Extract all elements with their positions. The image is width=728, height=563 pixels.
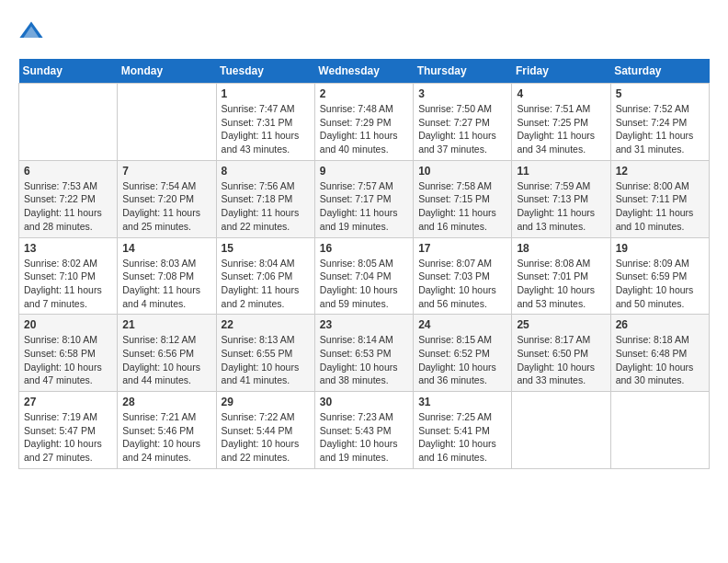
day-number: 10 [418,165,506,178]
day-number: 12 [616,165,704,178]
calendar-cell: 21Sunrise: 8:12 AM Sunset: 6:56 PM Dayli… [118,315,216,392]
day-info: Sunrise: 7:22 AM Sunset: 5:44 PM Dayligh… [222,410,310,465]
day-info: Sunrise: 7:23 AM Sunset: 5:43 PM Dayligh… [320,410,408,465]
calendar-cell: 19Sunrise: 8:09 AM Sunset: 6:59 PM Dayli… [610,237,709,315]
day-number: 28 [122,396,210,408]
day-number: 27 [24,396,112,408]
calendar-cell: 9Sunrise: 7:57 AM Sunset: 7:17 PM Daylig… [314,160,413,237]
day-number: 30 [320,396,408,408]
day-info: Sunrise: 8:13 AM Sunset: 6:55 PM Dayligh… [222,333,310,387]
day-info: Sunrise: 7:57 AM Sunset: 7:17 PM Dayligh… [320,179,408,234]
day-info: Sunrise: 7:56 AM Sunset: 7:18 PM Dayligh… [222,179,310,234]
day-number: 3 [418,87,506,100]
col-header-tuesday: Tuesday [216,59,314,84]
day-info: Sunrise: 7:51 AM Sunset: 7:25 PM Dayligh… [517,102,605,156]
calendar-cell: 10Sunrise: 7:58 AM Sunset: 7:15 PM Dayli… [414,160,512,237]
day-number: 16 [320,242,408,255]
day-info: Sunrise: 7:54 AM Sunset: 7:20 PM Dayligh… [122,179,210,234]
calendar-table: SundayMondayTuesdayWednesdayThursdayFrid… [18,59,710,469]
day-info: Sunrise: 8:18 AM Sunset: 6:48 PM Dayligh… [616,333,704,387]
calendar-cell: 30Sunrise: 7:23 AM Sunset: 5:43 PM Dayli… [314,392,413,469]
day-number: 17 [418,242,506,255]
calendar-cell: 3Sunrise: 7:50 AM Sunset: 7:27 PM Daylig… [414,84,512,161]
day-number: 19 [616,242,704,255]
calendar-cell: 8Sunrise: 7:56 AM Sunset: 7:18 PM Daylig… [216,160,314,237]
day-number: 26 [616,318,704,331]
week-row-1: 1Sunrise: 7:47 AM Sunset: 7:31 PM Daylig… [19,84,710,161]
day-info: Sunrise: 7:59 AM Sunset: 7:13 PM Dayligh… [517,179,605,234]
day-info: Sunrise: 8:05 AM Sunset: 7:04 PM Dayligh… [320,257,408,311]
col-header-sunday: Sunday [19,59,118,84]
calendar-cell: 22Sunrise: 8:13 AM Sunset: 6:55 PM Dayli… [216,315,314,392]
day-number: 31 [418,396,506,408]
week-row-3: 13Sunrise: 8:02 AM Sunset: 7:10 PM Dayli… [19,237,710,315]
day-number: 15 [222,242,310,255]
col-header-thursday: Thursday [414,59,512,84]
calendar-cell: 20Sunrise: 8:10 AM Sunset: 6:58 PM Dayli… [19,315,118,392]
calendar-cell: 17Sunrise: 8:07 AM Sunset: 7:03 PM Dayli… [414,237,512,315]
calendar-cell: 16Sunrise: 8:05 AM Sunset: 7:04 PM Dayli… [314,237,413,315]
calendar-cell: 11Sunrise: 7:59 AM Sunset: 7:13 PM Dayli… [512,160,610,237]
col-header-saturday: Saturday [610,59,709,84]
day-number: 11 [517,165,605,178]
day-info: Sunrise: 7:58 AM Sunset: 7:15 PM Dayligh… [418,179,506,234]
day-info: Sunrise: 8:08 AM Sunset: 7:01 PM Dayligh… [517,257,605,311]
page-header [18,18,710,44]
calendar-cell: 15Sunrise: 8:04 AM Sunset: 7:06 PM Dayli… [216,237,314,315]
calendar-cell [512,392,610,469]
day-number: 2 [320,87,408,100]
day-number: 1 [222,87,310,100]
calendar-cell [610,392,709,469]
day-info: Sunrise: 7:52 AM Sunset: 7:24 PM Dayligh… [616,102,704,156]
day-number: 14 [122,242,210,255]
day-info: Sunrise: 8:14 AM Sunset: 6:53 PM Dayligh… [320,333,408,387]
day-info: Sunrise: 8:15 AM Sunset: 6:52 PM Dayligh… [418,333,506,387]
day-info: Sunrise: 7:48 AM Sunset: 7:29 PM Dayligh… [320,102,408,156]
calendar-cell: 2Sunrise: 7:48 AM Sunset: 7:29 PM Daylig… [314,84,413,161]
day-info: Sunrise: 7:47 AM Sunset: 7:31 PM Dayligh… [222,102,310,156]
day-info: Sunrise: 8:17 AM Sunset: 6:50 PM Dayligh… [517,333,605,387]
calendar-cell: 14Sunrise: 8:03 AM Sunset: 7:08 PM Dayli… [118,237,216,315]
day-number: 6 [24,165,112,178]
week-row-4: 20Sunrise: 8:10 AM Sunset: 6:58 PM Dayli… [19,315,710,392]
day-info: Sunrise: 7:53 AM Sunset: 7:22 PM Dayligh… [24,179,112,234]
week-row-5: 27Sunrise: 7:19 AM Sunset: 5:47 PM Dayli… [19,392,710,469]
col-header-wednesday: Wednesday [314,59,413,84]
calendar-cell: 28Sunrise: 7:21 AM Sunset: 5:46 PM Dayli… [118,392,216,469]
calendar-cell: 18Sunrise: 8:08 AM Sunset: 7:01 PM Dayli… [512,237,610,315]
calendar-cell: 27Sunrise: 7:19 AM Sunset: 5:47 PM Dayli… [19,392,118,469]
day-number: 23 [320,318,408,331]
calendar-cell: 6Sunrise: 7:53 AM Sunset: 7:22 PM Daylig… [19,160,118,237]
calendar-cell [19,84,118,161]
day-number: 5 [616,87,704,100]
calendar-cell: 23Sunrise: 8:14 AM Sunset: 6:53 PM Dayli… [314,315,413,392]
day-number: 25 [517,318,605,331]
day-number: 4 [517,87,605,100]
day-number: 7 [122,165,210,178]
col-header-friday: Friday [512,59,610,84]
calendar-cell [118,84,216,161]
day-info: Sunrise: 7:50 AM Sunset: 7:27 PM Dayligh… [418,102,506,156]
day-info: Sunrise: 8:04 AM Sunset: 7:06 PM Dayligh… [222,257,310,311]
logo [18,18,48,44]
calendar-cell: 12Sunrise: 8:00 AM Sunset: 7:11 PM Dayli… [610,160,709,237]
calendar-cell: 31Sunrise: 7:25 AM Sunset: 5:41 PM Dayli… [414,392,512,469]
day-info: Sunrise: 8:12 AM Sunset: 6:56 PM Dayligh… [122,333,210,387]
day-info: Sunrise: 8:09 AM Sunset: 6:59 PM Dayligh… [616,257,704,311]
calendar-cell: 25Sunrise: 8:17 AM Sunset: 6:50 PM Dayli… [512,315,610,392]
day-info: Sunrise: 8:10 AM Sunset: 6:58 PM Dayligh… [24,333,112,387]
calendar-cell: 5Sunrise: 7:52 AM Sunset: 7:24 PM Daylig… [610,84,709,161]
header-row: SundayMondayTuesdayWednesdayThursdayFrid… [19,59,710,84]
day-number: 13 [24,242,112,255]
day-number: 18 [517,242,605,255]
day-number: 29 [222,396,310,408]
col-header-monday: Monday [118,59,216,84]
day-info: Sunrise: 8:00 AM Sunset: 7:11 PM Dayligh… [616,179,704,234]
day-number: 20 [24,318,112,331]
day-info: Sunrise: 7:19 AM Sunset: 5:47 PM Dayligh… [24,410,112,465]
day-number: 21 [122,318,210,331]
calendar-cell: 4Sunrise: 7:51 AM Sunset: 7:25 PM Daylig… [512,84,610,161]
calendar-cell: 29Sunrise: 7:22 AM Sunset: 5:44 PM Dayli… [216,392,314,469]
day-info: Sunrise: 8:02 AM Sunset: 7:10 PM Dayligh… [24,257,112,311]
week-row-2: 6Sunrise: 7:53 AM Sunset: 7:22 PM Daylig… [19,160,710,237]
